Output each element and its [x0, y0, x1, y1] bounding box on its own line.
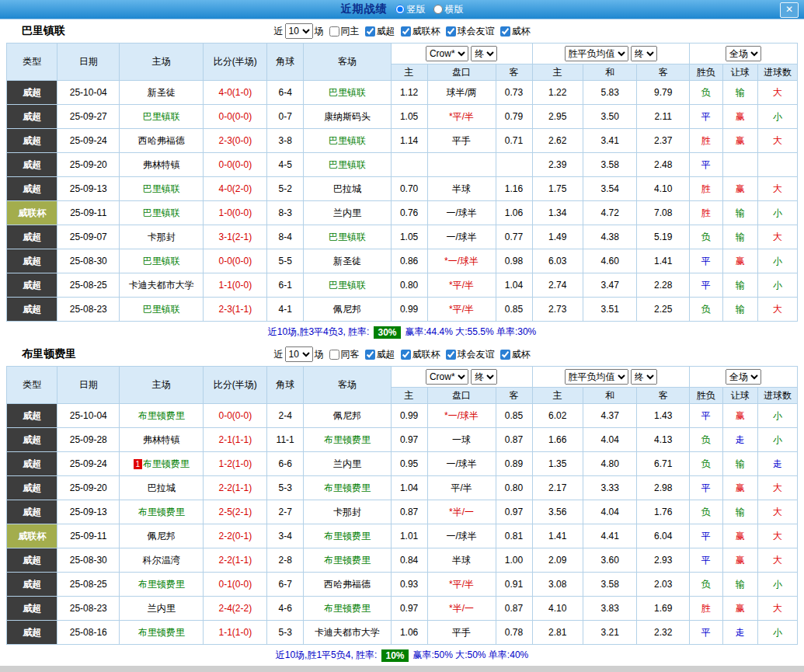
away-team-cell: 布里顿费里	[304, 597, 391, 621]
score-cell: 1-0(0-0)	[204, 201, 267, 225]
handicap-cell: 平手	[427, 129, 496, 153]
avg-select-group: 胜平负均值 终	[532, 367, 689, 388]
col-header-handicap: 盘口	[427, 64, 496, 81]
recent-results-window: 近期战绩 竖版 横版 ✕ 巴里镇联 近 10 场 同主 威超 威联杯 球会友谊 …	[0, 0, 804, 672]
odds-time-select[interactable]: 终	[471, 369, 497, 385]
away-team-cell: 巴拉城	[304, 177, 391, 201]
league-filter[interactable]: 威超	[365, 348, 395, 361]
avg-lose-cell: 6.71	[637, 452, 689, 476]
goals-result-cell: 大	[757, 129, 797, 153]
league-type-cell: 威超	[7, 298, 57, 322]
league-filter[interactable]: 球会友谊	[446, 348, 495, 361]
league-filter[interactable]: 威联杯	[401, 348, 440, 361]
league-checkbox[interactable]	[446, 26, 456, 37]
horizontal-layout-radio[interactable]	[433, 5, 443, 14]
odds-company-select[interactable]: Crow*	[426, 369, 468, 385]
col-header-type: 类型	[7, 44, 57, 81]
goals-result-cell: 大	[757, 177, 797, 201]
date-cell: 25-08-23	[57, 298, 120, 322]
corner-cell: 11-1	[267, 428, 304, 452]
league-filter[interactable]: 威杯	[500, 25, 531, 38]
match-row: 威超25-09-13巴里镇联4-0(2-0)5-2巴拉城0.70半球1.161.…	[7, 177, 798, 201]
goals-result-cell: 小	[757, 201, 797, 225]
odds-away-cell: 0.89	[496, 452, 532, 476]
avg-draw-cell: 3.54	[583, 177, 636, 201]
league-filter[interactable]: 威超	[365, 25, 395, 38]
corner-cell: 5-3	[267, 621, 304, 645]
league-filter[interactable]: 威杯	[500, 348, 531, 361]
league-checkbox[interactable]	[401, 350, 411, 360]
league-checkbox[interactable]	[365, 350, 375, 360]
match-filters: 近 10 场 同主 威超 威联杯 球会友谊 威杯	[274, 23, 531, 39]
avg-time-select[interactable]: 终	[631, 369, 657, 385]
odds-home-cell: 0.87	[391, 500, 427, 524]
avg-lose-cell: 4.10	[637, 177, 689, 201]
league-filter[interactable]: 威联杯	[401, 25, 440, 38]
vertical-layout-option[interactable]: 竖版	[395, 3, 426, 16]
handicap-result-cell	[722, 153, 757, 177]
result-cell: 负	[689, 452, 722, 476]
col-header-avg-win: 主	[532, 64, 583, 81]
avg-draw-cell: 4.41	[583, 524, 636, 548]
col-header-handicap-result: 让球	[722, 388, 757, 404]
same-venue-checkbox[interactable]	[329, 350, 339, 360]
handicap-result-cell: 赢	[722, 177, 757, 201]
score-cell: 0-0(0-0)	[204, 249, 267, 273]
league-checkbox[interactable]	[365, 26, 375, 37]
col-header-home: 主场	[120, 44, 204, 81]
league-type-cell: 威超	[7, 573, 57, 597]
goals-result-cell: 大	[757, 225, 797, 249]
scope-select[interactable]: 全场	[726, 369, 761, 385]
goals-result-cell: 走	[757, 452, 797, 476]
summary-lead: 近10场,胜1平5负4, 胜率:	[276, 649, 378, 662]
same-venue-filter[interactable]: 同客	[329, 348, 360, 361]
league-type-cell: 威超	[7, 225, 57, 249]
same-venue-checkbox[interactable]	[329, 26, 339, 37]
match-row: 威超25-08-23巴里镇联2-3(1-1)4-1佩尼邦0.99*平/半0.85…	[7, 298, 798, 322]
match-count-select[interactable]: 10	[285, 346, 313, 362]
odds-home-cell: 1.06	[391, 621, 427, 645]
score-cell: 4-0(1-0)	[204, 81, 267, 105]
home-team-cell: 弗林特镇	[120, 428, 204, 452]
scope-select-group: 全场	[689, 367, 797, 388]
avg-lose-cell: 7.08	[637, 201, 689, 225]
avg-time-select[interactable]: 终	[631, 46, 657, 61]
score-cell: 2-5(2-1)	[204, 500, 267, 524]
vertical-layout-radio[interactable]	[395, 5, 405, 14]
odds-company-select[interactable]: Crow*	[426, 46, 468, 61]
match-count-select[interactable]: 10	[285, 23, 313, 39]
league-checkbox[interactable]	[446, 350, 456, 360]
close-icon[interactable]: ✕	[780, 2, 799, 18]
col-header-handicap-result: 让球	[722, 64, 757, 81]
league-checkbox[interactable]	[500, 350, 510, 360]
away-team-cell: 兰内里	[304, 452, 391, 476]
league-type-cell: 威超	[7, 597, 57, 621]
avg-win-cell: 3.56	[532, 500, 583, 524]
scope-select[interactable]: 全场	[726, 46, 761, 61]
avg-win-cell: 2.74	[532, 273, 583, 298]
same-venue-filter[interactable]: 同主	[329, 25, 360, 38]
score-cell: 2-1(1-1)	[204, 428, 267, 452]
vertical-layout-label: 竖版	[407, 3, 426, 16]
corner-cell: 6-6	[267, 452, 304, 476]
avg-type-select[interactable]: 胜平负均值	[565, 46, 628, 61]
avg-draw-cell: 3.33	[583, 476, 636, 500]
league-checkbox[interactable]	[401, 26, 411, 37]
league-filter[interactable]: 球会友谊	[446, 25, 495, 38]
col-header-type: 类型	[7, 367, 57, 404]
score-cell: 1-1(0-0)	[204, 273, 267, 298]
team-header-row: 布里顿费里 近 10 场 同客 威超 威联杯 球会友谊 威杯	[6, 343, 798, 366]
avg-type-select[interactable]: 胜平负均值	[565, 369, 628, 385]
avg-draw-cell: 3.21	[583, 621, 636, 645]
league-checkbox[interactable]	[500, 26, 510, 37]
avg-win-cell: 1.35	[532, 452, 583, 476]
league-type-cell: 威超	[7, 404, 57, 428]
corner-cell: 4-6	[267, 597, 304, 621]
horizontal-layout-option[interactable]: 横版	[433, 3, 464, 16]
score-cell: 2-2(0-1)	[204, 524, 267, 548]
odds-time-select[interactable]: 终	[471, 46, 497, 61]
score-cell: 2-3(1-1)	[204, 298, 267, 322]
col-header-goals: 进球数	[757, 388, 797, 404]
match-row: 威超25-08-25卡迪夫都市大学1-1(0-0)6-1巴里镇联0.80*平/半…	[7, 273, 798, 298]
league-type-cell: 威联杯	[7, 524, 57, 548]
